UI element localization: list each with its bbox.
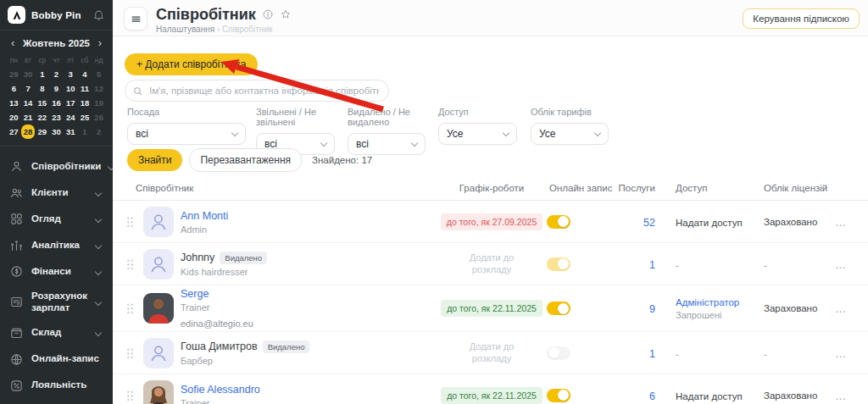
row-menu-button[interactable]: … — [835, 257, 847, 270]
calendar-day[interactable]: 2 — [49, 67, 64, 81]
calendar-day[interactable]: 31 — [64, 125, 78, 139]
sidebar-item-partial[interactable] — [6, 399, 107, 404]
online-booking-toggle[interactable] — [547, 389, 570, 402]
find-button[interactable]: Знайти — [127, 149, 182, 171]
calendar-day[interactable]: 15 — [35, 96, 49, 110]
calendar-day[interactable]: 18 — [78, 96, 92, 110]
calendar-day[interactable]: 10 — [64, 81, 78, 96]
table-row: Sofie Alessandro Trainer до того, як 22.… — [113, 374, 868, 404]
sidebar-item-clients[interactable]: Клієнти — [6, 180, 107, 206]
filter-select-position[interactable]: всі — [127, 123, 246, 145]
calendar-day[interactable]: 29 — [7, 67, 21, 81]
services-count-link[interactable]: 1 — [649, 259, 655, 271]
calendar-day[interactable]: 12 — [92, 81, 106, 96]
calendar-day[interactable]: 16 — [49, 96, 64, 110]
sidebar-item-employees[interactable]: Співробітники — [6, 153, 107, 180]
calendar-day[interactable]: 19 — [92, 96, 106, 110]
calendar-prev-button[interactable]: ‹ — [9, 37, 16, 48]
calendar-day[interactable]: 11 — [78, 81, 92, 96]
calendar-day[interactable]: 6 — [7, 81, 21, 96]
column-access: Доступ — [676, 183, 707, 193]
add-to-schedule-link[interactable]: Додати до розкладу — [460, 340, 523, 365]
online-booking-toggle[interactable] — [547, 302, 570, 315]
employee-name-link[interactable]: Ann Monti — [181, 209, 228, 221]
notification-bell-icon[interactable] — [92, 8, 105, 21]
calendar-day[interactable]: 30 — [21, 67, 36, 81]
row-menu-button[interactable]: … — [835, 215, 847, 228]
grant-access-link[interactable]: Надати доступ — [676, 218, 743, 228]
calendar-day[interactable]: 1 — [35, 67, 49, 81]
employee-name-link[interactable]: Гоша Димитров — [181, 340, 258, 352]
services-count-link[interactable]: 6 — [649, 390, 655, 402]
calendar-day[interactable]: 3 — [64, 67, 78, 81]
calendar-day[interactable]: 24 — [64, 110, 78, 125]
sidebar-item-analytics[interactable]: Аналітика — [6, 232, 107, 258]
row-menu-button[interactable]: … — [835, 389, 847, 401]
calendar-day[interactable]: 22 — [35, 110, 49, 125]
sidebar-item-online-booking[interactable]: Онлайн-запис — [6, 346, 107, 373]
sidebar-item-payroll[interactable]: Розрахунок зарплат — [6, 285, 107, 320]
filter-select-access[interactable]: Усе — [438, 123, 517, 145]
sidebar-item-finance[interactable]: Фінанси — [6, 258, 107, 285]
chevron-down-icon — [95, 268, 102, 274]
breadcrumb-parent[interactable]: Налаштування — [156, 25, 214, 34]
filter-select-tariffs[interactable]: Усе — [531, 123, 609, 145]
filter-label: Видалено / Не видалено — [348, 107, 426, 127]
calendar-month-label: Жовтень 2025 — [23, 38, 90, 48]
calendar-day[interactable]: 1 — [78, 125, 92, 139]
calendar-day[interactable]: 14 — [21, 96, 36, 110]
calendar-day[interactable]: 25 — [78, 110, 92, 125]
calendar-day[interactable]: 7 — [21, 81, 36, 96]
access-empty: - — [676, 260, 679, 270]
calendar-day[interactable]: 17 — [64, 96, 78, 110]
calendar-day[interactable]: 13 — [7, 96, 21, 110]
hamburger-menu-button[interactable] — [124, 7, 147, 30]
calendar-day[interactable]: 2 — [92, 125, 106, 139]
sidebar-calendar: ‹ Жовтень 2025 › пнвтсрчтптсбнд 29301234… — [0, 30, 113, 147]
calendar-day[interactable]: 30 — [49, 125, 64, 139]
access-role-link[interactable]: Адміністратор — [676, 297, 760, 307]
calendar-day[interactable]: 26 — [92, 110, 106, 125]
calendar-day[interactable]: 5 — [92, 67, 106, 81]
calendar-day[interactable]: 21 — [21, 110, 36, 125]
services-count-link[interactable]: 1 — [649, 348, 655, 360]
calendar-next-button[interactable]: › — [97, 37, 103, 48]
calendar-day[interactable]: 8 — [35, 81, 49, 96]
manage-subscription-button[interactable]: Керування підпискою — [743, 8, 860, 29]
employee-name-link[interactable]: Sofie Alessandro — [181, 383, 260, 395]
online-booking-toggle[interactable] — [547, 215, 570, 229]
drag-handle-icon[interactable] — [126, 216, 134, 227]
calendar-day[interactable]: 4 — [78, 67, 92, 81]
online-booking-toggle[interactable] — [547, 257, 570, 271]
online-booking-toggle[interactable] — [547, 346, 570, 360]
row-menu-button[interactable]: … — [835, 302, 847, 315]
calendar-day[interactable]: 29 — [35, 125, 49, 139]
drag-handle-icon[interactable] — [126, 390, 134, 401]
search-input[interactable] — [125, 80, 389, 102]
drag-handle-icon[interactable] — [126, 347, 134, 358]
calendar-day[interactable]: 23 — [49, 110, 64, 125]
add-employee-button[interactable]: + Додати співробітника — [125, 53, 258, 75]
employee-name-link[interactable]: Johnny — [181, 252, 214, 263]
info-icon[interactable] — [262, 8, 274, 20]
sidebar-item-inventory[interactable]: Склад — [6, 320, 107, 346]
employee-name-link[interactable]: Serge — [181, 288, 209, 300]
add-to-schedule-link[interactable]: Додати до розкладу — [460, 252, 523, 276]
calendar-day[interactable]: 20 — [7, 110, 21, 125]
user-icon — [9, 159, 24, 174]
services-count-link[interactable]: 52 — [643, 217, 655, 229]
services-count-link[interactable]: 9 — [649, 303, 655, 315]
calendar-day[interactable]: 27 — [7, 125, 21, 139]
table-row: Ann Monti Admin до того, як 27.09.2025 5… — [113, 201, 868, 243]
drag-handle-icon[interactable] — [126, 303, 134, 314]
drag-handle-icon[interactable] — [126, 258, 134, 269]
reload-button[interactable]: Перезавантаження — [189, 148, 302, 172]
sidebar-item-loyalty[interactable]: Лояльність — [6, 373, 107, 399]
calendar-day[interactable]: 9 — [49, 81, 64, 96]
row-menu-button[interactable]: … — [835, 346, 847, 359]
star-icon[interactable] — [280, 8, 292, 20]
sidebar-item-overview[interactable]: Огляд — [6, 206, 107, 232]
calendar-day[interactable]: 28 — [21, 125, 36, 139]
calendar-weekday: пн — [7, 56, 21, 64]
grant-access-link[interactable]: Надати доступ — [676, 391, 743, 401]
